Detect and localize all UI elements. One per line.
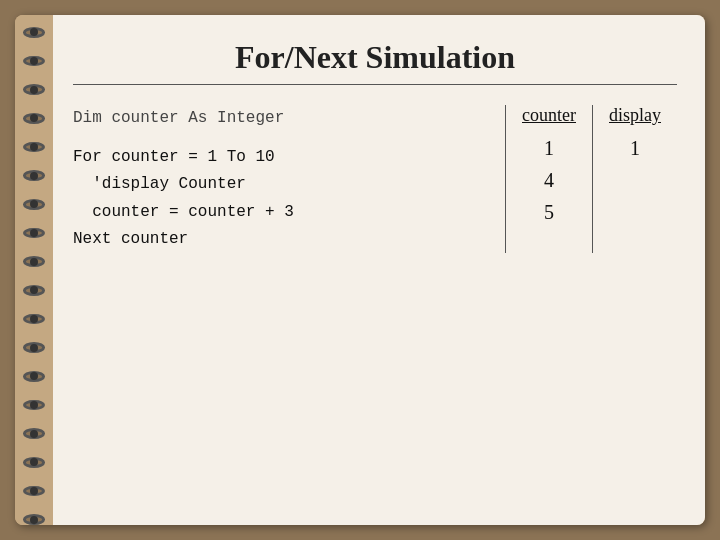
code-line-2: For counter = 1 To 10 (73, 144, 495, 171)
spiral-ring (23, 486, 45, 497)
spiral-ring (23, 256, 45, 267)
counter-header: counter (522, 105, 576, 126)
spiral-ring (23, 228, 45, 239)
code-line-1: Dim counter As Integer (73, 105, 495, 132)
spiral-ring (23, 314, 45, 325)
spiral-ring (23, 113, 45, 124)
spiral-ring (23, 400, 45, 411)
display-value-1: 1 (630, 132, 640, 164)
spiral-ring (23, 56, 45, 67)
notebook: For/Next Simulation Dim counter As Integ… (15, 15, 705, 525)
code-line-3: 'display Counter (73, 171, 495, 198)
spiral-ring (23, 342, 45, 353)
spiral-binding (15, 15, 53, 525)
code-line-5: Next counter (73, 226, 495, 253)
spiral-ring (23, 27, 45, 38)
code-section: Dim counter As Integer For counter = 1 T… (73, 105, 505, 253)
spiral-ring (23, 170, 45, 181)
display-header: display (609, 105, 661, 126)
title-divider (73, 84, 677, 85)
page-title: For/Next Simulation (73, 39, 677, 76)
spiral-ring (23, 142, 45, 153)
spiral-ring (23, 514, 45, 525)
spiral-ring (23, 84, 45, 95)
spiral-ring (23, 457, 45, 468)
code-line-4: counter = counter + 3 (73, 199, 495, 226)
spiral-ring (23, 371, 45, 382)
spiral-ring (23, 199, 45, 210)
counter-value-1: 1 (544, 132, 554, 164)
spiral-ring (23, 285, 45, 296)
spiral-ring (23, 428, 45, 439)
content-area: Dim counter As Integer For counter = 1 T… (73, 105, 677, 253)
counter-column: counter 1 4 5 (505, 105, 592, 253)
table-section: counter 1 4 5 display 1 (505, 105, 677, 253)
counter-value-3: 5 (544, 196, 554, 228)
display-column: display 1 (592, 105, 677, 253)
counter-value-2: 4 (544, 164, 554, 196)
page-content: For/Next Simulation Dim counter As Integ… (53, 15, 705, 525)
